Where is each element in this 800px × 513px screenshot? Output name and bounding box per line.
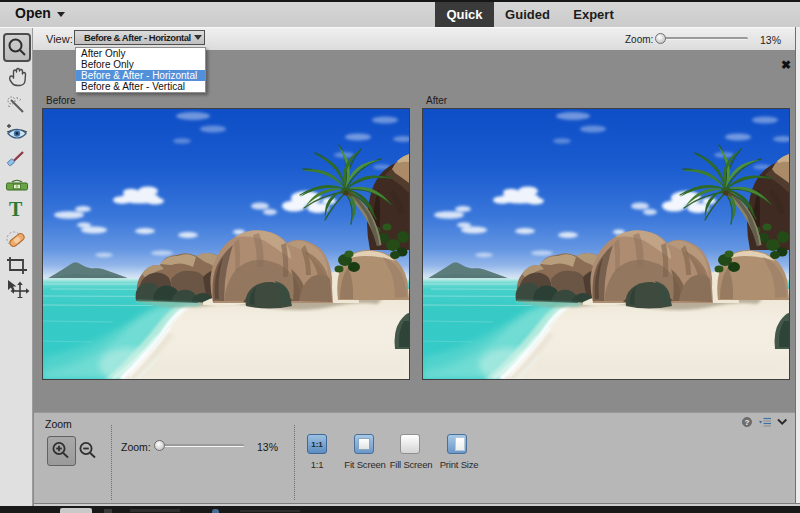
- svg-text:?: ?: [745, 418, 750, 427]
- svg-text:T: T: [9, 198, 23, 220]
